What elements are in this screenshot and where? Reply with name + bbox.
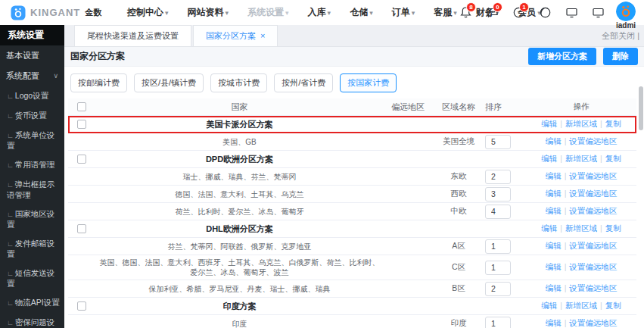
nav-menu-item-订单[interactable]: 订单▾ bbox=[392, 6, 415, 19]
row-checkbox[interactable] bbox=[77, 224, 86, 233]
row-checkbox[interactable] bbox=[77, 301, 86, 311]
monitor-icon[interactable] bbox=[565, 6, 578, 19]
sort-order-input[interactable] bbox=[485, 135, 511, 149]
sidebar-item-国家地区设置[interactable]: ∟国家地区设置 bbox=[0, 205, 64, 234]
brand-logo-icon bbox=[11, 5, 26, 20]
plan-name: 印度方案 bbox=[95, 299, 384, 314]
vertical-scrollbar[interactable] bbox=[639, 85, 643, 308]
action-link-编辑[interactable]: 编辑 bbox=[546, 189, 562, 198]
action-link-设置偏远地区[interactable]: 设置偏远地区 bbox=[569, 318, 617, 327]
action-link-编辑[interactable]: 编辑 bbox=[541, 119, 557, 128]
filter-button-按邮编计费[interactable]: 按邮编计费 bbox=[70, 73, 127, 92]
tab-尾程快递渠道及运费设置[interactable]: 尾程快递渠道及运费设置 bbox=[74, 25, 191, 46]
tab-close-icon[interactable]: × bbox=[260, 31, 265, 40]
sidebar-item-基本设置[interactable]: 基本设置 bbox=[0, 45, 64, 66]
sidebar-item-密保问题设置[interactable]: ∟密保问题设置 bbox=[0, 313, 64, 328]
sort-order-input[interactable] bbox=[485, 170, 511, 184]
action-link-编辑[interactable]: 编辑 bbox=[546, 171, 562, 180]
action-link-设置偏远地区[interactable]: 设置偏远地区 bbox=[569, 262, 617, 271]
row-checkbox[interactable] bbox=[77, 155, 86, 164]
scrollbar-thumb[interactable] bbox=[639, 86, 643, 130]
zone-countries: 印度 bbox=[95, 317, 384, 328]
filter-button-按区/县/镇计费[interactable]: 按区/县/镇计费 bbox=[134, 73, 204, 92]
action-link-复制[interactable]: 复制 bbox=[605, 119, 621, 128]
zone-countries: 保加利亚、希腊、罗马尼亚、丹麦、瑞士、挪威、瑞典 bbox=[95, 282, 384, 296]
action-link-设置偏远地区[interactable]: 设置偏远地区 bbox=[569, 171, 617, 180]
zone-row: 荷兰、比利时、爱尔兰、冰岛、葡萄牙 中欧 编辑|设置偏远地区 bbox=[68, 203, 636, 220]
action-link-编辑[interactable]: 编辑 bbox=[546, 318, 562, 327]
filter-button-按州/省计费[interactable]: 按州/省计费 bbox=[274, 73, 333, 92]
action-separator: | bbox=[565, 241, 567, 250]
action-separator: | bbox=[565, 171, 567, 180]
sidebar-item-Logo设置[interactable]: ∟Logo设置 bbox=[0, 86, 64, 106]
avatar[interactable] bbox=[616, 2, 636, 21]
sidebar-item-物流API设置[interactable]: ∟物流API设置 bbox=[0, 293, 64, 313]
action-link-编辑[interactable]: 编辑 bbox=[546, 206, 562, 215]
nav-menu-item-仓储[interactable]: 仓储▾ bbox=[350, 6, 373, 19]
chevron-down-icon: ▾ bbox=[369, 9, 373, 17]
sort-order-input[interactable] bbox=[485, 239, 511, 254]
action-link-新增区域[interactable]: 新增区域 bbox=[565, 154, 597, 163]
dashboard-gauge-icon[interactable]: 1 bbox=[512, 6, 525, 19]
action-link-新增区域[interactable]: 新增区域 bbox=[565, 119, 597, 128]
action-link-编辑[interactable]: 编辑 bbox=[546, 283, 562, 292]
row-actions: 编辑|新增区域|复制 bbox=[526, 119, 636, 130]
page-header: 国家分区方案 新增分区方案 删除 bbox=[64, 47, 644, 67]
sort-order-input[interactable] bbox=[485, 317, 511, 328]
action-link-设置偏远地区[interactable]: 设置偏远地区 bbox=[569, 283, 617, 292]
row-actions: 编辑|设置偏远地区 bbox=[526, 262, 636, 273]
sidebar-item-短信发送设置[interactable]: ∟短信发送设置 bbox=[0, 264, 64, 293]
action-link-复制[interactable]: 复制 bbox=[605, 301, 621, 310]
action-link-编辑[interactable]: 编辑 bbox=[546, 136, 562, 145]
sort-order-input[interactable] bbox=[485, 205, 511, 219]
brand[interactable]: KINGANT 金数 bbox=[0, 5, 121, 20]
sidebar-item-系统单位设置[interactable]: ∟系统单位设置 bbox=[0, 126, 64, 155]
filter-button-按城市计费[interactable]: 按城市计费 bbox=[210, 73, 267, 92]
nav-menu-item-网站资料[interactable]: 网站资料▾ bbox=[188, 6, 229, 19]
sidebar-item-系统配置[interactable]: 系统配置∨ bbox=[0, 66, 64, 86]
action-link-编辑[interactable]: 编辑 bbox=[541, 301, 557, 310]
action-link-复制[interactable]: 复制 bbox=[605, 223, 621, 233]
username-label: iadmi bbox=[613, 21, 639, 30]
row-actions: 编辑|新增区域|复制 bbox=[526, 223, 636, 234]
action-link-编辑[interactable]: 编辑 bbox=[541, 223, 557, 233]
action-separator: | bbox=[560, 301, 562, 310]
action-link-编辑[interactable]: 编辑 bbox=[546, 262, 562, 271]
action-link-新增区域[interactable]: 新增区域 bbox=[565, 223, 597, 233]
action-link-设置偏远地区[interactable]: 设置偏远地区 bbox=[569, 136, 617, 145]
action-separator: | bbox=[565, 189, 567, 198]
action-link-编辑[interactable]: 编辑 bbox=[546, 241, 562, 250]
tab-国家分区方案[interactable]: 国家分区方案× bbox=[193, 25, 278, 46]
sort-order-input[interactable] bbox=[485, 187, 511, 201]
sidebar-item-货币设置[interactable]: ∟货币设置 bbox=[0, 106, 64, 126]
nav-menu-item-控制中心[interactable]: 控制中心▾ bbox=[127, 6, 169, 19]
messages-chat-icon[interactable]: 0 bbox=[486, 6, 499, 19]
plan-group-row: DPD欧洲分区方案 编辑|新增区域|复制 bbox=[68, 151, 636, 168]
user-avatar-block[interactable]: iadmi bbox=[613, 2, 639, 30]
sort-order-input[interactable] bbox=[485, 261, 511, 275]
action-link-设置偏远地区[interactable]: 设置偏远地区 bbox=[569, 241, 617, 250]
action-link-设置偏远地区[interactable]: 设置偏远地区 bbox=[569, 189, 617, 198]
select-all-checkbox[interactable] bbox=[77, 102, 86, 111]
theme-contrast-icon[interactable] bbox=[539, 6, 552, 19]
nav-menu-item-客服[interactable]: 客服▾ bbox=[434, 6, 457, 19]
branch-icon: ∟ bbox=[7, 270, 14, 277]
sort-order-input[interactable] bbox=[485, 282, 511, 296]
row-checkbox[interactable] bbox=[77, 120, 86, 129]
delete-button[interactable]: 删除 bbox=[603, 48, 638, 65]
action-link-设置偏远地区[interactable]: 设置偏远地区 bbox=[569, 206, 617, 215]
action-link-复制[interactable]: 复制 bbox=[605, 154, 621, 163]
notifications-bell-icon[interactable]: 8 bbox=[459, 6, 472, 19]
action-link-编辑[interactable]: 编辑 bbox=[541, 154, 557, 163]
zone-countries: 芬兰、梵蒂冈、阿联酋、俄罗斯、克罗地亚 bbox=[95, 239, 384, 254]
add-zone-plan-button[interactable]: 新增分区方案 bbox=[528, 48, 596, 65]
sidebar-item-弹出框提示语管理[interactable]: ∟弹出框提示语管理 bbox=[0, 175, 64, 205]
sidebar-item-常用语管理[interactable]: ∟常用语管理 bbox=[0, 155, 64, 175]
screen-display-icon[interactable] bbox=[592, 6, 605, 19]
action-link-新增区域[interactable]: 新增区域 bbox=[565, 301, 597, 310]
filter-button-按国家计费[interactable]: 按国家计费 bbox=[340, 73, 397, 92]
nav-menu-item-入库[interactable]: 入库▾ bbox=[308, 6, 331, 19]
close-all-tabs-link[interactable]: 全部关闭 | bbox=[602, 30, 639, 42]
sidebar-item-发件邮箱设置[interactable]: ∟发件邮箱设置 bbox=[0, 234, 64, 264]
nav-menu-item-系统设置[interactable]: 系统设置▾ bbox=[247, 6, 289, 19]
